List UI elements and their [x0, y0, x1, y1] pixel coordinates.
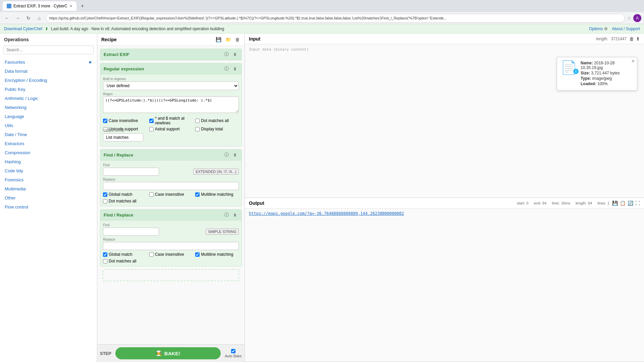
search-input[interactable]: [3, 46, 94, 54]
find-replace-2-toggle-btn[interactable]: ⏸: [232, 212, 238, 218]
astral-support-checkbox-row[interactable]: Astral support: [149, 127, 193, 131]
dot-all-1-row[interactable]: Dot matches all: [103, 199, 239, 203]
find-replace-1-toggle-btn[interactable]: ⏸: [232, 152, 238, 158]
case-insensitive-2-row[interactable]: Case insensitive: [149, 252, 193, 257]
find-replace-2-info-btn[interactable]: ⓘ: [223, 212, 230, 218]
autobake-col: Auto Bake: [225, 349, 242, 358]
case-insensitive-checkbox[interactable]: [103, 119, 107, 123]
sidebar-item-favourites[interactable]: Favourites ★: [0, 58, 97, 67]
sidebar-item-hashing[interactable]: Hashing: [0, 157, 97, 166]
input-upload-btn[interactable]: ⬆: [636, 36, 640, 42]
dot-all-1-checkbox[interactable]: [103, 199, 107, 203]
forward-btn[interactable]: →: [13, 14, 22, 22]
sidebar-item-compression[interactable]: Compression: [0, 148, 97, 157]
bookmark-btn[interactable]: ☆: [627, 15, 631, 21]
replace-1-input[interactable]: ,: [103, 182, 239, 190]
multiline-1-row[interactable]: Multiline matching: [195, 192, 239, 197]
nav-profile[interactable]: A: [633, 14, 641, 22]
extract-exif-toggle-btn[interactable]: ⏸: [232, 52, 238, 57]
case-insensitive-2-checkbox[interactable]: [149, 252, 154, 257]
sidebar-item-label: Arithmetic / Logic: [5, 96, 38, 101]
sidebar-item-forensics[interactable]: Forensics: [0, 175, 97, 184]
output-expand-btn[interactable]: ⛶: [635, 200, 640, 206]
new-tab-btn[interactable]: +: [78, 2, 87, 10]
dot-all-2-row[interactable]: Dot matches all: [103, 259, 239, 263]
auto-bake-checkbox[interactable]: [231, 349, 235, 353]
case-insensitive-1-checkbox[interactable]: [149, 192, 154, 197]
tab-favicon: [7, 4, 11, 8]
sidebar-item-code-tidy[interactable]: Code tidy: [0, 166, 97, 175]
dot-all-2-checkbox[interactable]: [103, 259, 107, 263]
input-clear-btn[interactable]: 🗑: [629, 36, 634, 42]
output-save-btn[interactable]: 💾: [612, 200, 618, 206]
sidebar-item-utils[interactable]: Utils: [0, 121, 97, 130]
tab-close-btn[interactable]: ✕: [69, 4, 72, 8]
display-total-checkbox[interactable]: [195, 127, 200, 131]
find-replace-1-info-btn[interactable]: ⓘ: [223, 152, 230, 158]
bake-button[interactable]: 🧑‍🍳 BAKE!: [115, 347, 221, 359]
regex-input[interactable]: ((?<=GPSLatitude:).*$)|(((?<=GPSLongitud…: [103, 97, 239, 113]
case-insensitive-checkbox-row[interactable]: Case insensitive: [103, 116, 147, 125]
case-insensitive-1-row[interactable]: Case insensitive: [149, 192, 193, 197]
global-match-1-checkbox[interactable]: [103, 192, 107, 197]
sidebar-item-networking[interactable]: Networking: [0, 103, 97, 112]
multiline-2-row[interactable]: Multiline matching: [195, 252, 239, 257]
caret-dollar-checkbox[interactable]: [149, 119, 154, 123]
sidebar-item-extractors[interactable]: Extractors: [0, 139, 97, 148]
dot-all-checkbox[interactable]: [195, 119, 200, 123]
file-size-row: Size: 3,721,447 bytes: [581, 71, 634, 75]
caret-dollar-checkbox-row[interactable]: ^ and $ match at newlines: [149, 116, 193, 125]
extract-exif-info-btn[interactable]: ⓘ: [223, 51, 230, 58]
file-loaded-label: Loaded:: [581, 81, 596, 86]
built-in-regexes-select[interactable]: User defined: [103, 81, 239, 90]
find-1-type-btn[interactable]: EXTENDED (\N, \T, \X...): [193, 169, 239, 175]
sidebar-item-language[interactable]: Language: [0, 112, 97, 121]
input-title: Input: [249, 36, 260, 42]
active-tab[interactable]: Extract EXIF, 3 more · CyberC ✕: [3, 1, 76, 11]
global-match-2-row[interactable]: Global match: [103, 252, 147, 257]
output-refresh-btn[interactable]: 🔄: [628, 200, 633, 206]
options-link[interactable]: Options: [589, 26, 603, 31]
home-btn[interactable]: ⌂: [35, 14, 44, 22]
multiline-2-checkbox[interactable]: [195, 252, 200, 257]
back-btn[interactable]: ←: [3, 14, 11, 22]
dot-all-1-label: Dot matches all: [109, 199, 137, 203]
find-2-type-btn[interactable]: SIMPLE STRING: [206, 229, 239, 235]
sidebar-item-arithmetic-logic[interactable]: Arithmetic / Logic: [0, 94, 97, 103]
about-link[interactable]: About / Support: [612, 26, 640, 31]
sidebar-item-multimedia[interactable]: Multimedia: [0, 184, 97, 193]
output-time: time: 16ms: [552, 201, 570, 205]
find-1-input[interactable]: \n: [103, 168, 159, 176]
address-bar[interactable]: [46, 14, 625, 22]
reload-btn[interactable]: ↻: [24, 14, 33, 22]
output-link[interactable]: https://maps.google.com/?q=-36.764888888…: [249, 211, 404, 216]
find-2-input[interactable]: [103, 228, 159, 236]
sidebar-item-encryption-encoding[interactable]: Encryption / Encoding: [0, 76, 97, 85]
sidebar-item-data-format[interactable]: Data format: [0, 67, 97, 76]
global-match-2-checkbox[interactable]: [103, 252, 107, 257]
recipe-save-btn[interactable]: 💾: [215, 36, 222, 43]
global-match-1-row[interactable]: Global match: [103, 192, 147, 197]
empty-drop-zone[interactable]: [103, 269, 239, 281]
regex-info-btn[interactable]: ⓘ: [223, 65, 230, 72]
recipe-load-btn[interactable]: 📁: [225, 36, 232, 43]
sidebar-item-public-key[interactable]: Public Key: [0, 85, 97, 94]
input-length-value: 3721447: [611, 37, 627, 41]
sidebar-item-date-time[interactable]: Date / Time: [0, 130, 97, 139]
dot-all-checkbox-row[interactable]: Dot matches all: [195, 116, 239, 125]
sidebar-item-other[interactable]: Other: [0, 193, 97, 202]
banner-right: Options ⚙ About / Support: [589, 26, 640, 31]
sidebar-item-flow-control[interactable]: Flow control: [0, 202, 97, 212]
output-copy-btn[interactable]: 📋: [620, 200, 626, 206]
regex-toggle-btn[interactable]: ⏸: [232, 66, 238, 72]
multiline-1-checkbox[interactable]: [195, 192, 200, 197]
output-format-value: List matches: [103, 133, 143, 141]
file-tooltip-close-btn[interactable]: ✕: [631, 59, 635, 64]
recipe-clear-btn[interactable]: 🗑: [234, 36, 240, 43]
replace-2-input[interactable]: https://maps.google.com/?q=: [103, 242, 239, 250]
download-link[interactable]: Download CyberChef: [4, 26, 42, 31]
sidebar-item-label: Public Key: [5, 87, 25, 92]
display-total-checkbox-row[interactable]: Display total: [195, 127, 239, 131]
recipe-title: Recipe: [101, 37, 117, 42]
astral-support-checkbox[interactable]: [149, 127, 154, 131]
